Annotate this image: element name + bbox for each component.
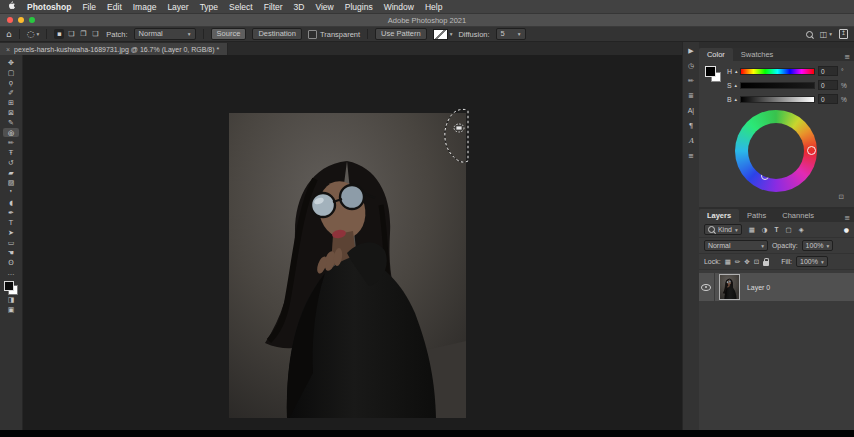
glyphs-panel-icon[interactable]: A <box>688 136 693 145</box>
workspace-switcher[interactable]: ◫ ▾ <box>820 30 832 39</box>
filter-pixel-layers-icon[interactable]: ▦ <box>749 226 755 234</box>
new-selection-button[interactable]: ▪ <box>54 29 64 39</box>
menu-photoshop[interactable]: Photoshop <box>27 2 71 12</box>
transparent-option[interactable]: Transparent <box>308 30 360 39</box>
hue-value[interactable]: 0 <box>818 66 838 76</box>
menu-filter[interactable]: Filter <box>264 2 283 12</box>
zoom-tool[interactable]: ʘ <box>3 258 19 267</box>
gradient-tool[interactable]: ▨ <box>3 178 19 187</box>
history-brush-tool[interactable]: ↺ <box>3 158 19 167</box>
search-icon[interactable] <box>806 31 813 38</box>
share-icon[interactable]: ↥ <box>839 29 848 39</box>
menu-help[interactable]: Help <box>425 2 442 12</box>
type-tool[interactable]: T <box>3 218 19 227</box>
menu-3d[interactable]: 3D <box>294 2 305 12</box>
tab-layers[interactable]: Layers <box>699 209 739 222</box>
history-icon[interactable]: ◷ <box>688 61 694 70</box>
saturation-value[interactable]: 0 <box>818 80 838 90</box>
patch-tool[interactable]: ◎ <box>3 128 19 137</box>
brightness-slider[interactable] <box>740 96 815 103</box>
paragraph-styles-icon[interactable]: ≡ <box>688 151 694 160</box>
edit-toolbar-button[interactable]: … <box>3 268 19 277</box>
dodge-tool[interactable]: ◖ <box>3 198 19 207</box>
clone-stamp-tool[interactable]: Ŧ <box>3 148 19 157</box>
filter-shape-layers-icon[interactable]: ▢ <box>786 226 792 234</box>
crop-tool[interactable]: ⊞ <box>3 98 19 107</box>
brush-settings-icon[interactable]: ✏ <box>688 76 694 85</box>
foreground-color-swatch[interactable] <box>4 281 14 291</box>
tab-paths[interactable]: Paths <box>739 209 774 222</box>
canvas[interactable] <box>23 55 682 430</box>
fill-dropdown[interactable]: 100% ▾ <box>796 256 828 267</box>
menu-image[interactable]: Image <box>133 2 157 12</box>
eraser-tool[interactable]: ▰ <box>3 168 19 177</box>
color-wheel[interactable] <box>735 110 817 192</box>
filter-type-layers-icon[interactable]: T <box>775 226 779 233</box>
filter-type-dropdown[interactable]: Kind ▾ <box>704 224 742 235</box>
tab-color[interactable]: Color <box>699 48 733 61</box>
hand-tool[interactable]: ☚ <box>3 248 19 257</box>
diffusion-dropdown[interactable]: 5 ▾ <box>496 28 526 40</box>
tool-preset-picker[interactable]: ◌ ▾ <box>27 29 40 39</box>
lasso-tool[interactable]: ϙ <box>3 78 19 87</box>
layer-name[interactable]: Layer 0 <box>747 284 770 291</box>
patch-mode-dropdown[interactable]: Normal ▾ <box>134 28 196 40</box>
zoom-window-button[interactable] <box>29 17 35 23</box>
subtract-selection-button[interactable]: ❐ <box>78 29 88 39</box>
foreground-color-swatch[interactable] <box>705 66 716 77</box>
frame-tool[interactable]: ⊠ <box>3 108 19 117</box>
menu-view[interactable]: View <box>315 2 333 12</box>
add-selection-button[interactable]: ❏ <box>66 29 76 39</box>
saturation-slider[interactable] <box>740 82 815 89</box>
slider-marker-icon[interactable]: ▴ <box>735 82 738 88</box>
lock-transparency-icon[interactable]: ▦ <box>725 258 731 266</box>
hue-selector[interactable] <box>807 146 816 155</box>
document-tab[interactable]: × pexels-harsh-kushwaha-1689731.jpg @ 16… <box>0 43 228 55</box>
intersect-selection-button[interactable]: ❑ <box>90 29 100 39</box>
close-icon[interactable]: × <box>6 46 10 53</box>
menu-select[interactable]: Select <box>229 2 253 12</box>
quick-selection-tool[interactable]: ✐ <box>3 88 19 97</box>
properties-icon[interactable]: ≣ <box>688 91 694 100</box>
brightness-value[interactable]: 0 <box>818 94 838 104</box>
menu-edit[interactable]: Edit <box>107 2 122 12</box>
shape-tool[interactable]: ▭ <box>3 238 19 247</box>
destination-button[interactable]: Destination <box>252 28 302 40</box>
use-pattern-button[interactable]: Use Pattern <box>375 28 427 40</box>
lock-all-icon[interactable] <box>763 261 769 266</box>
tab-swatches[interactable]: Swatches <box>733 48 782 61</box>
hue-slider[interactable] <box>740 68 815 75</box>
menu-file[interactable]: File <box>82 2 96 12</box>
expand-panels-icon[interactable]: ▶ <box>688 46 693 55</box>
home-icon[interactable]: ⌂ <box>6 29 12 39</box>
opacity-dropdown[interactable]: 100% ▾ <box>802 240 834 251</box>
menu-window[interactable]: Window <box>384 2 414 12</box>
screen-mode-button[interactable]: ▣ <box>3 305 19 314</box>
color-wheel-option-icon[interactable]: ⊡ <box>839 193 844 201</box>
quick-mask-button[interactable]: ◨ <box>3 295 19 304</box>
transparent-checkbox[interactable] <box>308 30 317 39</box>
lock-position-icon[interactable]: ✥ <box>744 258 749 266</box>
marquee-tool[interactable]: ▢ <box>3 68 19 77</box>
layer-thumbnail[interactable] <box>719 274 740 300</box>
patch-selection[interactable] <box>442 105 476 169</box>
panel-menu-icon[interactable]: ≡ <box>840 214 854 222</box>
foreground-background-swatches[interactable] <box>4 281 18 295</box>
layer-row[interactable]: Layer 0 <box>699 273 854 301</box>
pattern-picker[interactable]: ▾ <box>433 29 453 40</box>
slider-marker-icon[interactable]: ▴ <box>735 96 738 102</box>
filter-toggle-icon[interactable]: ● <box>844 226 849 233</box>
lock-paint-icon[interactable]: ✏ <box>735 258 740 266</box>
close-window-button[interactable] <box>7 17 13 23</box>
minimize-window-button[interactable] <box>18 17 24 23</box>
filter-adjustment-layers-icon[interactable]: ◑ <box>762 226 768 234</box>
menu-layer[interactable]: Layer <box>167 2 188 12</box>
blend-mode-dropdown[interactable]: Normal ▾ <box>704 240 768 251</box>
visibility-cell[interactable] <box>699 273 715 301</box>
source-button[interactable]: Source <box>211 28 247 40</box>
paragraph-panel-icon[interactable]: ¶ <box>689 121 693 130</box>
saturation-brightness-triangle[interactable] <box>748 123 804 179</box>
color-swatch-pair[interactable] <box>705 66 721 82</box>
menu-type[interactable]: Type <box>200 2 218 12</box>
eye-icon[interactable] <box>701 284 711 291</box>
